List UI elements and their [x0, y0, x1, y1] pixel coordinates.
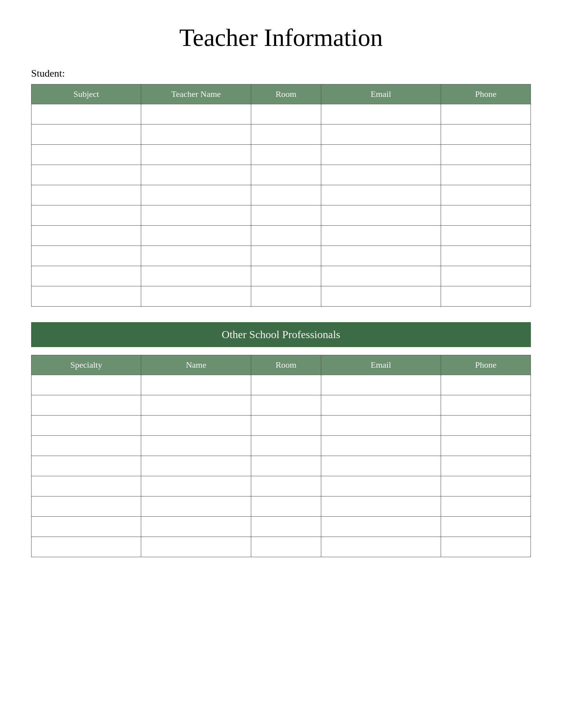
table-cell[interactable] — [141, 205, 251, 226]
table-cell[interactable] — [32, 416, 141, 436]
table-row — [32, 286, 531, 307]
table-cell[interactable] — [441, 286, 530, 307]
table-cell[interactable] — [251, 496, 321, 517]
table-cell[interactable] — [441, 165, 530, 185]
table-cell[interactable] — [441, 476, 530, 496]
table-cell[interactable] — [32, 517, 141, 537]
table-cell[interactable] — [251, 517, 321, 537]
table-cell[interactable] — [141, 145, 251, 165]
table-cell[interactable] — [32, 185, 141, 205]
table-cell[interactable] — [441, 226, 530, 246]
table-cell[interactable] — [251, 246, 321, 266]
table-cell[interactable] — [32, 125, 141, 145]
other-professionals-banner: Other School Professionals — [31, 322, 531, 347]
table-cell[interactable] — [321, 125, 441, 145]
table-cell[interactable] — [251, 205, 321, 226]
table-cell[interactable] — [321, 436, 441, 456]
table-row — [32, 165, 531, 185]
table-cell[interactable] — [321, 375, 441, 395]
table-cell[interactable] — [321, 165, 441, 185]
table-cell[interactable] — [32, 496, 141, 517]
col-header-phone: Phone — [441, 84, 530, 104]
table-cell[interactable] — [321, 104, 441, 125]
table-cell[interactable] — [321, 205, 441, 226]
table-cell[interactable] — [251, 185, 321, 205]
table-cell[interactable] — [32, 205, 141, 226]
table-cell[interactable] — [32, 537, 141, 557]
table-cell[interactable] — [251, 125, 321, 145]
table-cell[interactable] — [321, 286, 441, 307]
table-cell[interactable] — [441, 266, 530, 286]
table-cell[interactable] — [141, 395, 251, 416]
table-cell[interactable] — [141, 517, 251, 537]
table-cell[interactable] — [32, 165, 141, 185]
table-cell[interactable] — [141, 375, 251, 395]
table-cell[interactable] — [441, 185, 530, 205]
table-cell[interactable] — [32, 286, 141, 307]
table-cell[interactable] — [321, 456, 441, 476]
table-cell[interactable] — [321, 246, 441, 266]
table-cell[interactable] — [441, 375, 530, 395]
table-cell[interactable] — [141, 286, 251, 307]
table-cell[interactable] — [321, 226, 441, 246]
table-cell[interactable] — [32, 226, 141, 246]
table-cell[interactable] — [441, 456, 530, 476]
table-cell[interactable] — [32, 436, 141, 456]
table-cell[interactable] — [321, 145, 441, 165]
table-cell[interactable] — [321, 537, 441, 557]
table-cell[interactable] — [32, 395, 141, 416]
table-cell[interactable] — [32, 375, 141, 395]
table-cell[interactable] — [441, 416, 530, 436]
table-cell[interactable] — [251, 165, 321, 185]
table-cell[interactable] — [141, 185, 251, 205]
table-cell[interactable] — [251, 395, 321, 416]
table-cell[interactable] — [321, 496, 441, 517]
table-cell[interactable] — [321, 476, 441, 496]
table-cell[interactable] — [32, 246, 141, 266]
table-cell[interactable] — [251, 436, 321, 456]
table-cell[interactable] — [251, 416, 321, 436]
table-cell[interactable] — [321, 266, 441, 286]
table-cell[interactable] — [441, 145, 530, 165]
table-cell[interactable] — [251, 286, 321, 307]
table-cell[interactable] — [441, 125, 530, 145]
table-cell[interactable] — [141, 226, 251, 246]
table-cell[interactable] — [251, 476, 321, 496]
table-cell[interactable] — [141, 125, 251, 145]
table-cell[interactable] — [141, 266, 251, 286]
table-cell[interactable] — [251, 226, 321, 246]
table-row — [32, 104, 531, 125]
table-cell[interactable] — [441, 517, 530, 537]
table-cell[interactable] — [251, 456, 321, 476]
table-cell[interactable] — [141, 456, 251, 476]
table-cell[interactable] — [251, 266, 321, 286]
table-cell[interactable] — [441, 496, 530, 517]
table-cell[interactable] — [321, 416, 441, 436]
table-cell[interactable] — [32, 104, 141, 125]
table-cell[interactable] — [441, 246, 530, 266]
table-cell[interactable] — [141, 476, 251, 496]
table-cell[interactable] — [32, 476, 141, 496]
table-cell[interactable] — [141, 537, 251, 557]
table-cell[interactable] — [251, 537, 321, 557]
table-cell[interactable] — [251, 375, 321, 395]
table-cell[interactable] — [141, 416, 251, 436]
table-cell[interactable] — [441, 537, 530, 557]
table-cell[interactable] — [141, 104, 251, 125]
table-cell[interactable] — [321, 185, 441, 205]
table-cell[interactable] — [32, 456, 141, 476]
table-cell[interactable] — [441, 104, 530, 125]
table-cell[interactable] — [141, 496, 251, 517]
table-cell[interactable] — [32, 145, 141, 165]
table-cell[interactable] — [321, 395, 441, 416]
table-cell[interactable] — [141, 165, 251, 185]
table-cell[interactable] — [141, 246, 251, 266]
table-cell[interactable] — [441, 395, 530, 416]
table-cell[interactable] — [251, 145, 321, 165]
table-cell[interactable] — [321, 517, 441, 537]
table-cell[interactable] — [32, 266, 141, 286]
table-cell[interactable] — [441, 436, 530, 456]
table-cell[interactable] — [441, 205, 530, 226]
table-cell[interactable] — [251, 104, 321, 125]
table-cell[interactable] — [141, 436, 251, 456]
